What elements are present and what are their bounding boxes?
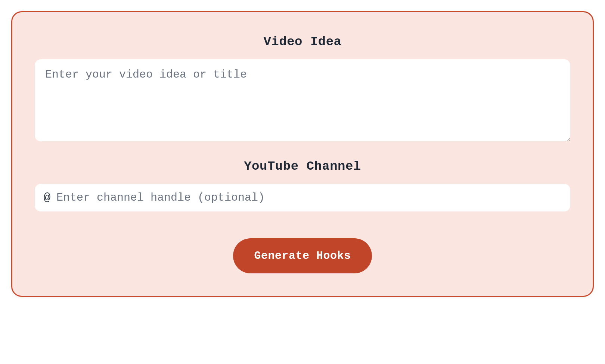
youtube-channel-input[interactable] xyxy=(56,191,561,204)
youtube-channel-input-wrapper: @ xyxy=(35,184,570,211)
button-row: Generate Hooks xyxy=(35,238,570,273)
at-prefix-icon: @ xyxy=(44,191,50,204)
video-idea-label: Video Idea xyxy=(263,35,341,49)
youtube-channel-group: YouTube Channel @ xyxy=(35,159,570,211)
generate-hooks-button[interactable]: Generate Hooks xyxy=(233,238,372,273)
youtube-channel-label: YouTube Channel xyxy=(244,159,361,173)
video-idea-input[interactable] xyxy=(35,59,570,141)
hook-generator-card: Video Idea YouTube Channel @ Generate Ho… xyxy=(11,11,594,297)
video-idea-group: Video Idea xyxy=(35,35,570,141)
